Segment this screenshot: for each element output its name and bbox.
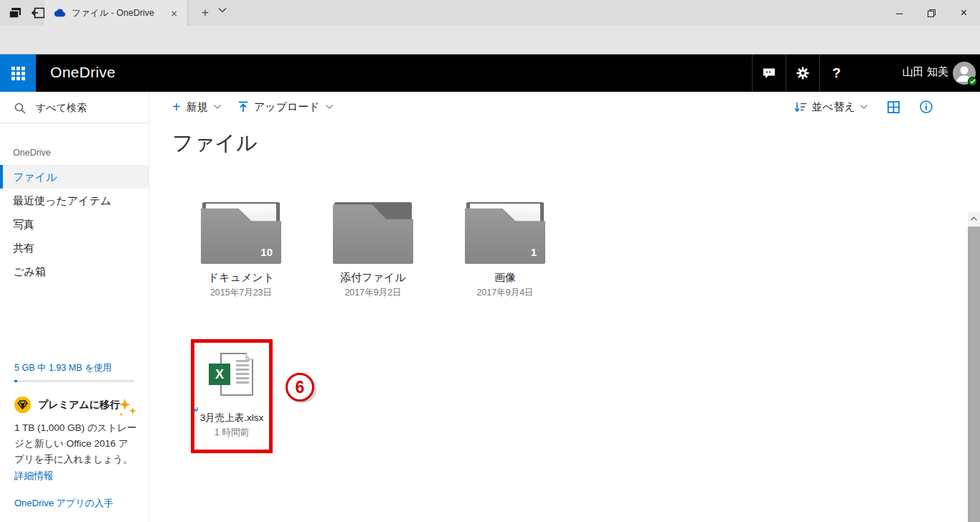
- user-name[interactable]: 山田 知美: [903, 65, 948, 79]
- scroll-up-icon[interactable]: [968, 212, 980, 224]
- page-title: ファイル: [172, 129, 258, 158]
- sidebar-item-shared[interactable]: 共有: [0, 236, 149, 260]
- sidebar-item-recent[interactable]: 最近使ったアイテム: [0, 189, 149, 212]
- sidebar: すべて検索 OneDrive ファイル 最近使ったアイテム 写真 共有 ごみ箱 …: [0, 92, 149, 522]
- gear-icon: [796, 66, 810, 80]
- new-button-label: 新規: [187, 100, 208, 114]
- onedrive-header: OneDrive ? 山田 知美: [0, 54, 980, 92]
- scrollbar-thumb[interactable]: [968, 227, 980, 522]
- folder-tiles: 10 ドキュメント 2015年7月23日 添付ファイル 2017年9月2日 1 …: [192, 198, 588, 299]
- waffle-icon: [11, 67, 25, 80]
- folder-icon: 1: [465, 198, 545, 264]
- excel-x-glyph: X: [209, 364, 230, 385]
- premium-upsell-header[interactable]: プレミアムに移行: [14, 397, 120, 413]
- annotation-step-marker: 6: [286, 373, 314, 402]
- sort-icon: [794, 102, 806, 113]
- annotation-highlight-box: X 3月売上表.xlsx 1 時間前: [191, 339, 273, 453]
- info-icon[interactable]: [920, 100, 933, 113]
- new-item-arrow-icon: [192, 407, 199, 414]
- folder-tile-documents[interactable]: 10 ドキュメント 2015年7月23日: [192, 198, 290, 299]
- upload-icon: [238, 101, 248, 113]
- vertical-scrollbar[interactable]: [968, 212, 980, 522]
- get-onedrive-app-link[interactable]: OneDrive アプリの入手: [14, 497, 113, 510]
- onedrive-cloud-icon: [53, 9, 66, 17]
- storage-progress-bar: [14, 380, 134, 382]
- folder-name: 添付ファイル: [324, 271, 422, 285]
- upload-button[interactable]: アップロード: [238, 100, 333, 114]
- premium-title: プレミアムに移行: [38, 399, 120, 412]
- file-tile-excel[interactable]: X 3月売上表.xlsx 1 時間前: [194, 343, 269, 450]
- sidebar-nav: ファイル 最近使ったアイテム 写真 共有 ごみ箱: [0, 165, 149, 283]
- window-minimize-button[interactable]: ─: [883, 0, 915, 26]
- browser-tab[interactable]: ファイル - OneDrive ×: [44, 0, 188, 26]
- folder-name: 画像: [456, 271, 554, 285]
- sidebar-item-photos[interactable]: 写真: [0, 212, 149, 236]
- tab-close-icon[interactable]: ×: [166, 7, 182, 19]
- chevron-down-icon: [326, 105, 333, 109]
- sort-button-label: 並べ替え: [811, 100, 855, 114]
- tab-list-chevron-icon[interactable]: [218, 7, 227, 13]
- storage-progress-fill: [14, 380, 17, 382]
- tab-title: ファイル - OneDrive: [72, 7, 166, 19]
- browser-tab-bar: ファイル - OneDrive × + ─ ×: [0, 0, 980, 26]
- storage-usage-link[interactable]: 5 GB 中 1.93 MB を使用: [14, 362, 112, 374]
- folder-date: 2017年9月4日: [456, 287, 554, 299]
- command-bar: + 新規 アップロード 並べ替え: [149, 92, 980, 122]
- premium-diamond-icon: [14, 397, 31, 413]
- upload-button-label: アップロード: [254, 100, 320, 114]
- tabs-set-aside-icon[interactable]: [32, 7, 45, 19]
- premium-body-text: 1 TB (1,000 GB) のストレージと新しい Office 2016 ア…: [14, 420, 138, 468]
- avatar[interactable]: [953, 62, 976, 85]
- sidebar-section-label: OneDrive: [13, 148, 51, 158]
- folder-icon: 10: [201, 198, 281, 264]
- premium-details-link[interactable]: 詳細情報: [14, 470, 53, 483]
- search-label: すべて検索: [36, 102, 87, 115]
- sidebar-item-recycle-bin[interactable]: ごみ箱: [0, 260, 149, 283]
- window-restore-button[interactable]: [915, 0, 948, 26]
- main-content: + 新規 アップロード 並べ替え ファイル: [149, 92, 980, 522]
- feedback-button[interactable]: [752, 54, 786, 92]
- help-button[interactable]: ?: [819, 54, 853, 92]
- folder-name: ドキュメント: [192, 271, 290, 285]
- folder-item-count: 10: [260, 246, 273, 258]
- chat-icon: [762, 67, 776, 80]
- folder-date: 2015年7月23日: [192, 287, 290, 299]
- search-icon: [14, 103, 26, 114]
- window-controls: ─ ×: [883, 0, 980, 26]
- folder-tile-attachments[interactable]: 添付ファイル 2017年9月2日: [324, 198, 422, 299]
- settings-button[interactable]: [786, 54, 819, 92]
- plus-icon: +: [172, 100, 181, 114]
- folder-icon: [333, 198, 413, 264]
- new-button[interactable]: + 新規: [172, 100, 221, 114]
- chevron-down-icon: [860, 105, 867, 109]
- grid-view-icon[interactable]: [887, 101, 900, 113]
- sort-button[interactable]: 並べ替え: [794, 100, 867, 114]
- file-name: 3月売上表.xlsx: [194, 412, 269, 424]
- search-box[interactable]: すべて検索: [0, 98, 149, 119]
- sidebar-item-files[interactable]: ファイル: [0, 165, 149, 189]
- chevron-down-icon: [214, 105, 221, 109]
- sparkles-icon: [116, 399, 138, 417]
- set-tabs-aside-icon[interactable]: [9, 7, 22, 19]
- app-title: OneDrive: [50, 64, 116, 81]
- new-tab-button[interactable]: +: [195, 4, 215, 22]
- excel-file-icon: X: [209, 353, 255, 404]
- folder-date: 2017年9月2日: [324, 287, 422, 299]
- folder-tile-pictures[interactable]: 1 画像 2017年9月4日: [456, 198, 554, 299]
- status-online-badge: [968, 77, 977, 86]
- file-modified-time: 1 時間前: [194, 427, 269, 439]
- browser-address-bar: ← → https://onedrive.live.com/ xxxxxxxx …: [0, 26, 980, 54]
- folder-item-count: 1: [531, 246, 537, 258]
- app-launcher-button[interactable]: [0, 54, 36, 92]
- sidebar-divider: [0, 123, 149, 123]
- window-close-button[interactable]: ×: [948, 0, 980, 26]
